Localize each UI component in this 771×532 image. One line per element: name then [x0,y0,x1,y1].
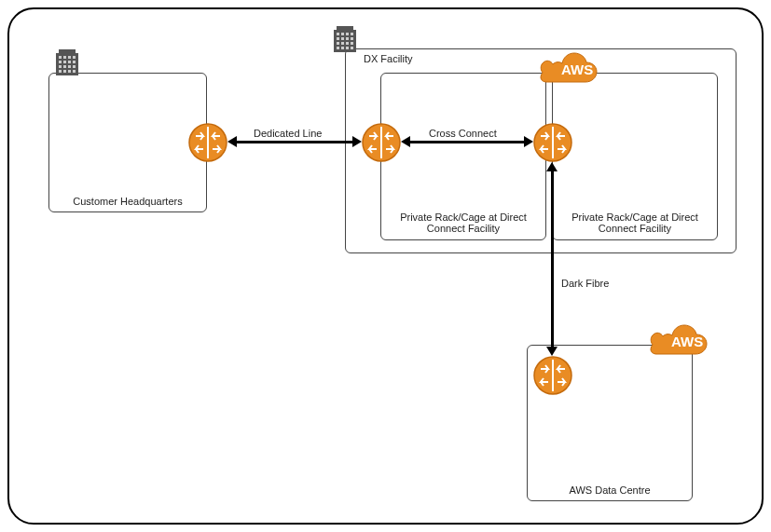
router-icon [533,123,572,162]
arrow-head-icon [546,347,558,356]
aws-cloud-icon: AWS [651,324,709,361]
label-customer-hq: Customer Headquarters [48,196,207,207]
router-icon [533,356,572,395]
label-dedicated-line: Dedicated Line [254,128,322,139]
svg-rect-29 [341,42,344,45]
svg-rect-17 [73,70,76,73]
label-dx-facility: DX Facility [364,53,475,64]
svg-rect-7 [63,61,66,63]
arrow-head-icon [546,162,558,171]
svg-rect-35 [351,47,353,49]
arrow-head-icon [524,136,533,147]
arrow-dark-fibre [551,170,554,348]
svg-rect-11 [63,65,66,68]
diagram-canvas: Customer Headquarters DX Facility Privat… [7,7,764,525]
label-cross-connect: Cross Connect [429,128,497,139]
building-icon [334,26,356,52]
svg-rect-30 [346,42,349,45]
arrow-head-icon [227,136,237,147]
label-private-rack-left: Private Rack/Cage at Direct Connect Faci… [380,211,546,234]
svg-rect-12 [68,65,71,68]
label-aws-dc: AWS Data Centre [527,484,693,496]
svg-rect-27 [351,37,353,40]
svg-rect-32 [337,47,339,49]
box-customer-hq [48,73,207,212]
svg-rect-10 [59,65,62,68]
svg-rect-28 [337,42,339,45]
svg-rect-16 [68,70,71,73]
svg-rect-6 [59,61,62,63]
svg-rect-22 [346,33,349,35]
label-dark-fibre: Dark Fibre [561,278,609,289]
svg-rect-3 [63,56,66,59]
svg-rect-9 [73,61,76,63]
svg-rect-2 [59,56,62,59]
label-private-rack-right: Private Rack/Cage at Direct Connect Faci… [552,211,718,234]
router-icon [362,123,401,162]
svg-rect-13 [73,65,76,68]
svg-text:AWS: AWS [561,61,593,77]
svg-rect-15 [63,70,66,73]
arrow-cross-connect [408,141,526,143]
svg-rect-31 [351,42,353,45]
svg-rect-8 [68,61,71,63]
arrow-head-icon [401,136,410,147]
svg-rect-25 [341,37,344,40]
svg-rect-24 [337,37,339,40]
svg-rect-21 [341,33,344,35]
svg-rect-1 [59,49,76,54]
svg-rect-19 [337,26,353,31]
svg-rect-34 [346,47,349,49]
arrow-head-icon [352,136,362,147]
arrow-dedicated-line [235,141,354,143]
svg-rect-33 [341,47,344,49]
building-icon [56,49,78,75]
aws-cloud-icon: AWS [541,52,599,89]
svg-rect-14 [59,70,62,73]
svg-rect-23 [351,33,353,35]
svg-rect-5 [73,56,76,59]
router-icon [188,123,227,162]
svg-rect-4 [68,56,71,59]
svg-text:AWS: AWS [671,334,703,349]
svg-rect-20 [337,33,339,35]
svg-rect-26 [346,37,349,40]
